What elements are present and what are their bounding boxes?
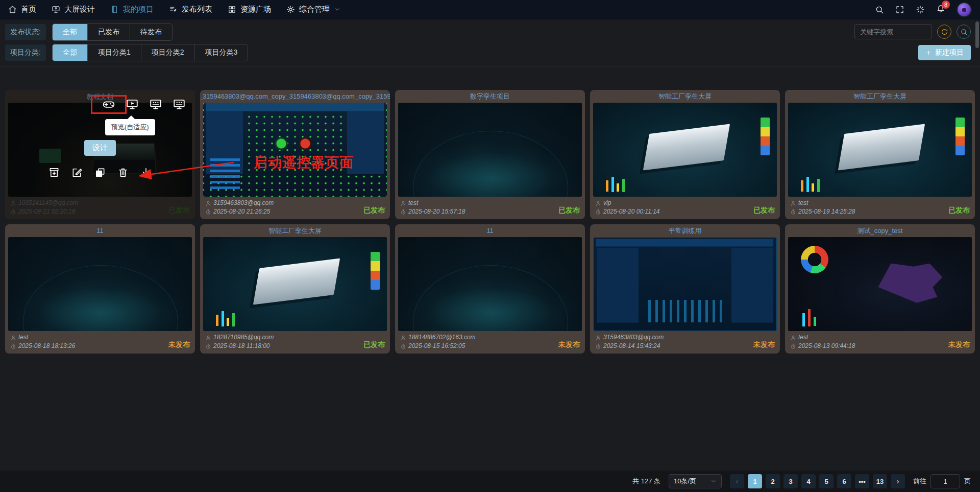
- chevron-down-icon: [334, 6, 340, 13]
- new-project-button[interactable]: 新建项目: [918, 45, 971, 60]
- chevron-down-icon: [710, 478, 717, 484]
- project-card[interactable]: 智能工厂孪生大屏 test 2025-08-19 14:25:28 已发布: [785, 90, 975, 219]
- card-title-bar: 11: [5, 224, 195, 237]
- fullscreen-icon[interactable]: [895, 5, 904, 14]
- status-badge: 未发布: [948, 340, 970, 349]
- project-card[interactable]: 11 test 2025-08-18 18:13:26 未发布: [5, 224, 195, 354]
- filter-option-button[interactable]: 全部: [53, 24, 88, 40]
- card-thumbnail: [788, 103, 972, 197]
- page-number-button[interactable]: 6: [837, 474, 851, 488]
- category-filter-group: 全部项目分类1项目分类2项目分类3: [52, 44, 248, 61]
- spinner-icon[interactable]: [916, 5, 925, 14]
- filter-option-button[interactable]: 已发布: [88, 24, 130, 40]
- page-number-button[interactable]: •••: [855, 474, 869, 488]
- card-date: 2025-08-14 15:43:24: [603, 342, 660, 350]
- filter-option-button[interactable]: 项目分类3: [194, 44, 248, 61]
- pagination-bar: 共 127 条 10条/页 ‹ 123456•••13 › 前往 页: [0, 471, 980, 492]
- page-number-button[interactable]: 4: [801, 474, 816, 488]
- project-card[interactable]: 教程文档 1035141145@qq.com 2025-08-21 02:20:…: [5, 90, 195, 219]
- card-title: 数字孪生项目: [470, 92, 510, 101]
- project-card[interactable]: 11 18814886702@163.com 2025-08-15 16:52:…: [395, 224, 585, 354]
- person-icon: [595, 200, 601, 206]
- nav-item-label: 大屏设计: [64, 5, 95, 14]
- card-title-bar: 智能工厂孪生大屏: [590, 90, 780, 103]
- card-date: 2025-08-19 14:25:28: [798, 207, 855, 216]
- person-icon: [595, 335, 601, 341]
- nav-item[interactable]: 资源广场: [228, 5, 271, 14]
- search-go-button[interactable]: [957, 25, 971, 39]
- goto-page: 前往 页: [913, 474, 971, 488]
- export-icon[interactable]: [48, 167, 60, 178]
- page-number-button[interactable]: 1: [748, 474, 762, 488]
- design-button[interactable]: 设计: [84, 140, 116, 156]
- card-title-bar: 11: [395, 224, 585, 237]
- card-title-bar: 数字孪生项目: [395, 90, 585, 103]
- nav-item[interactable]: 首页: [8, 5, 36, 14]
- nav-item[interactable]: 发布列表: [169, 5, 212, 14]
- preview-play-icon[interactable]: [126, 98, 139, 111]
- project-card[interactable]: 智能工厂孪生大屏 vip 2025-08-20 00:11:14 已发布: [590, 90, 780, 219]
- clock-icon: [595, 209, 601, 215]
- clock-icon: [10, 343, 16, 349]
- status-filter-group: 全部已发布待发布: [52, 24, 173, 41]
- person-icon: [790, 335, 796, 341]
- card-footer: 3159463803@qq.com 2025-08-14 15:43:24 未发…: [590, 331, 780, 354]
- project-card[interactable]: 智能工厂孪生大屏 1828710985@qq.com 2025-08-18 11…: [200, 224, 390, 354]
- plus-icon: [925, 50, 932, 56]
- card-owner: test: [18, 333, 28, 342]
- notification-badge: 8: [942, 1, 950, 9]
- card-date: 2025-08-18 18:13:26: [18, 342, 75, 350]
- project-card[interactable]: 数字孪生项目 test 2025-08-20 15:57:18 已发布: [395, 90, 585, 219]
- card-title: 11: [486, 227, 494, 235]
- preview-screen2-icon[interactable]: [173, 98, 186, 111]
- filter-option-button[interactable]: 待发布: [130, 24, 172, 40]
- scrollbar[interactable]: [975, 21, 979, 48]
- next-page-button[interactable]: ›: [891, 474, 905, 488]
- preview-screen-icon[interactable]: [149, 98, 162, 111]
- card-title-bar: 测试_copy_test: [785, 224, 975, 237]
- filter-option-button[interactable]: 全部: [53, 44, 88, 61]
- card-owner: 18814886702@163.com: [408, 333, 476, 342]
- card-title-bar: 智能工厂孪生大屏: [200, 224, 390, 237]
- card-thumbnail: [398, 103, 582, 197]
- filter-option-button[interactable]: 项目分类1: [88, 44, 141, 61]
- notifications[interactable]: 8: [936, 4, 945, 15]
- card-owner: 3159463803@qq.com: [603, 333, 664, 342]
- page-number-button[interactable]: 13: [873, 474, 887, 488]
- nav-item-label: 我的项目: [123, 5, 154, 14]
- refresh-button[interactable]: [937, 25, 951, 39]
- project-card[interactable]: 测试_copy_test test 2025-08-13 09:44:18 未发…: [785, 224, 975, 354]
- refresh-icon: [941, 28, 948, 36]
- card-title: 11: [96, 227, 104, 235]
- nav-item[interactable]: 我的项目: [110, 5, 154, 14]
- nav-item-label: 综合管理: [299, 5, 330, 14]
- nav-item-label: 资源广场: [240, 5, 271, 14]
- project-list-area: 启动遥控器页面 教程文档 1035141145@qq.com 2025-08-2…: [0, 90, 980, 354]
- annotation-arrow: [122, 155, 286, 194]
- project-card[interactable]: 平常训练用 3159463803@qq.com 2025-08-14 15:43…: [590, 224, 780, 354]
- search-icon[interactable]: [875, 5, 884, 14]
- card-owner: test: [798, 199, 808, 207]
- status-badge: 未发布: [558, 340, 580, 349]
- page-number-button[interactable]: 3: [783, 474, 798, 488]
- page-size-select[interactable]: 10条/页: [669, 474, 722, 488]
- card-owner: test: [798, 333, 808, 342]
- nav-item-icon: [228, 5, 236, 14]
- nav-item-label: 发布列表: [182, 5, 212, 14]
- edit-icon[interactable]: [71, 167, 83, 178]
- copy-icon[interactable]: [94, 167, 106, 178]
- goto-suffix: 页: [964, 477, 971, 486]
- page-number-button[interactable]: 2: [766, 474, 780, 488]
- nav-item[interactable]: 大屏设计: [52, 5, 95, 14]
- page-number-button[interactable]: 5: [819, 474, 834, 488]
- nav-item[interactable]: 综合管理: [286, 5, 340, 14]
- avatar[interactable]: [957, 2, 972, 17]
- goto-page-input[interactable]: [930, 474, 960, 488]
- filter-option-button[interactable]: 项目分类2: [141, 44, 195, 61]
- card-owner: test: [408, 199, 418, 207]
- card-title: py_3159463803@qq.com_copy_3159463803@qq.…: [200, 92, 390, 100]
- prev-page-button[interactable]: ‹: [730, 474, 744, 488]
- card-footer: 18814886702@163.com 2025-08-15 16:52:05 …: [395, 331, 585, 354]
- search-input[interactable]: [854, 24, 932, 39]
- clock-icon: [790, 209, 796, 215]
